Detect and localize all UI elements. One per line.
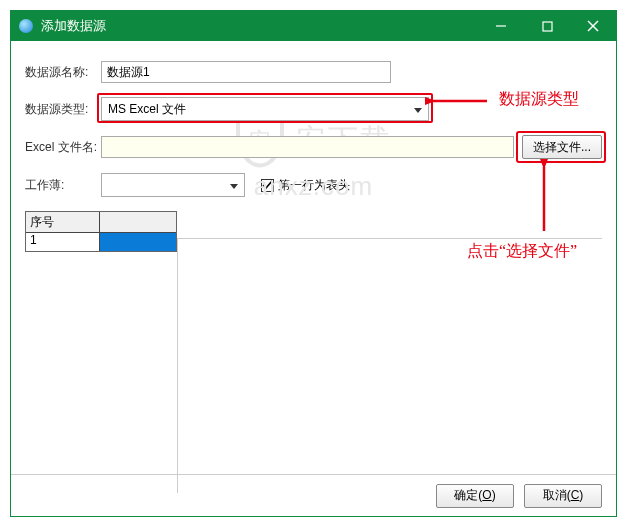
file-input[interactable] [101,136,514,158]
grid-header: 序号 [26,212,176,233]
chevron-down-icon [230,178,238,192]
dialog-window: 添加数据源 安 安下载 anxz.com 数据源名称: 数据源类型: [10,10,617,517]
sheet-select[interactable] [101,173,245,197]
header-checkbox-wrap[interactable]: 第一行为表头 [261,177,350,194]
minimize-button[interactable] [478,11,524,41]
header-checkbox[interactable] [261,179,274,192]
grid-cell-seq: 1 [26,233,100,251]
name-label: 数据源名称: [25,64,101,81]
type-select-value: MS Excel 文件 [108,101,186,118]
row-name: 数据源名称: [25,61,602,83]
row-sheet: 工作薄: 第一行为表头 [25,173,602,197]
header-checkbox-label: 第一行为表头 [278,177,350,194]
data-grid[interactable]: 序号 1 [25,211,177,252]
row-type: 数据源类型: MS Excel 文件 [25,97,602,121]
svg-marker-4 [414,108,422,113]
cancel-button[interactable]: 取消(C) [524,484,602,508]
type-label: 数据源类型: [25,101,101,118]
sheet-label: 工作薄: [25,177,101,194]
type-select[interactable]: MS Excel 文件 [101,97,429,121]
svg-marker-5 [230,184,238,189]
svg-rect-1 [543,22,552,31]
bottom-bar: 确定(O) 取消(C) [11,474,616,516]
grid-cell-selected[interactable] [100,233,176,251]
file-label: Excel 文件名: [25,139,101,156]
preview-area [177,238,602,493]
window-title: 添加数据源 [41,17,478,35]
row-file: Excel 文件名: 选择文件... [25,135,602,159]
titlebar: 添加数据源 [11,11,616,41]
chevron-down-icon [414,102,422,116]
name-input[interactable] [101,61,391,83]
ok-button[interactable]: 确定(O) [436,484,514,508]
close-button[interactable] [570,11,616,41]
grid-col-seq: 序号 [26,212,100,232]
grid-col-2 [100,212,176,232]
choose-file-button[interactable]: 选择文件... [522,135,602,159]
table-row[interactable]: 1 [26,233,176,251]
app-icon [19,19,33,33]
maximize-button[interactable] [524,11,570,41]
